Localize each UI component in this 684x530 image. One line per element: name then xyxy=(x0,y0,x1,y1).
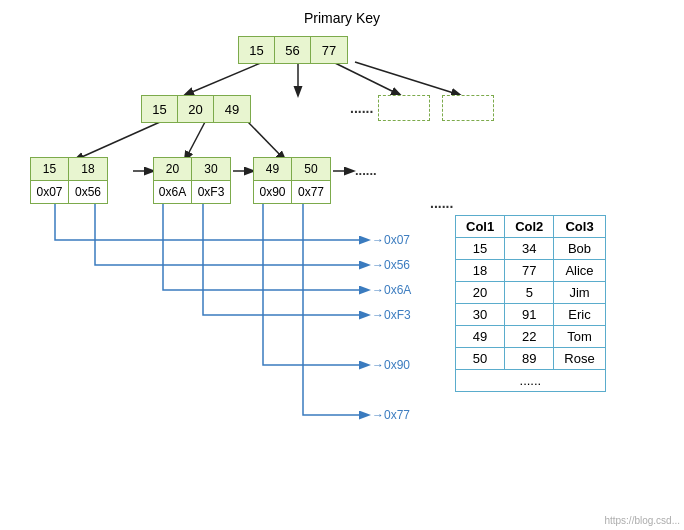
leaf3-key-2: 50 xyxy=(292,158,330,180)
addr-0x90: →0x90 xyxy=(372,358,410,372)
svg-line-3 xyxy=(355,62,460,95)
root-cell-1: 15 xyxy=(239,37,275,63)
table-dots-row: ...... xyxy=(456,370,606,392)
table-row-5-col-0: 50 xyxy=(456,348,505,370)
col-header-2: Col2 xyxy=(505,216,554,238)
dots-middle: ...... xyxy=(430,195,453,211)
l2-cell-2: 20 xyxy=(178,96,214,122)
table-row-0-col-1: 34 xyxy=(505,238,554,260)
table-row-1-col-0: 18 xyxy=(456,260,505,282)
table-row-3-col-1: 91 xyxy=(505,304,554,326)
leaf-node-3: 49 50 0x90 0x77 xyxy=(253,157,331,204)
table-row: 5089Rose xyxy=(456,348,606,370)
col-header-1: Col1 xyxy=(456,216,505,238)
svg-line-0 xyxy=(185,62,263,95)
table-row-4-col-1: 22 xyxy=(505,326,554,348)
leaf1-addr-1: 0x07 xyxy=(31,181,69,203)
leaf3-addr-2: 0x77 xyxy=(292,181,330,203)
table-row: 4922Tom xyxy=(456,326,606,348)
table-row-2-col-0: 20 xyxy=(456,282,505,304)
dots-level2: ...... xyxy=(350,100,373,116)
table-row-4-col-2: Tom xyxy=(554,326,605,348)
data-table: Col1 Col2 Col3 1534Bob1877Alice205Jim309… xyxy=(455,215,606,392)
leaf1-addr-2: 0x56 xyxy=(69,181,107,203)
svg-line-4 xyxy=(75,122,160,160)
leaf-node-2: 20 30 0x6A 0xF3 xyxy=(153,157,231,204)
table-row-3-col-0: 30 xyxy=(456,304,505,326)
table-row: 205Jim xyxy=(456,282,606,304)
dots-leaf: ...... xyxy=(355,163,377,178)
dashed-node-1 xyxy=(378,95,430,121)
leaf3-addr-1: 0x90 xyxy=(254,181,292,203)
table-row-5-col-1: 89 xyxy=(505,348,554,370)
level2-node-1: 15 20 49 xyxy=(141,95,251,123)
l2-cell-3: 49 xyxy=(214,96,250,122)
table-row-2-col-2: Jim xyxy=(554,282,605,304)
addr-0x77: →0x77 xyxy=(372,408,410,422)
table-row-2-col-1: 5 xyxy=(505,282,554,304)
table-row: 3091Eric xyxy=(456,304,606,326)
leaf2-addr-2: 0xF3 xyxy=(192,181,230,203)
diagram: Primary Key xyxy=(0,0,684,530)
addr-0xF3: →0xF3 xyxy=(372,308,411,322)
table-row: 1877Alice xyxy=(456,260,606,282)
svg-line-5 xyxy=(185,122,205,160)
leaf-node-1: 15 18 0x07 0x56 xyxy=(30,157,108,204)
leaf3-key-1: 49 xyxy=(254,158,292,180)
leaf2-key-2: 30 xyxy=(192,158,230,180)
page-title: Primary Key xyxy=(0,0,684,26)
leaf1-key-1: 15 xyxy=(31,158,69,180)
addr-0x6A: →0x6A xyxy=(372,283,411,297)
col-header-3: Col3 xyxy=(554,216,605,238)
addr-0x56: →0x56 xyxy=(372,258,410,272)
root-cell-2: 56 xyxy=(275,37,311,63)
table-row-4-col-0: 49 xyxy=(456,326,505,348)
l2-cell-1: 15 xyxy=(142,96,178,122)
root-node: 15 56 77 xyxy=(238,36,348,64)
table-row-0-col-0: 15 xyxy=(456,238,505,260)
leaf1-key-2: 18 xyxy=(69,158,107,180)
svg-line-6 xyxy=(248,122,285,160)
table-row-5-col-2: Rose xyxy=(554,348,605,370)
table-row: ...... xyxy=(456,370,606,392)
table-row: 1534Bob xyxy=(456,238,606,260)
watermark: https://blog.csd... xyxy=(604,515,680,526)
table-row-0-col-2: Bob xyxy=(554,238,605,260)
table-row-1-col-2: Alice xyxy=(554,260,605,282)
dashed-node-2 xyxy=(442,95,494,121)
leaf2-addr-1: 0x6A xyxy=(154,181,192,203)
root-cell-3: 77 xyxy=(311,37,347,63)
addr-0x07: →0x07 xyxy=(372,233,410,247)
svg-line-2 xyxy=(333,62,400,95)
table-row-1-col-1: 77 xyxy=(505,260,554,282)
table-row-3-col-2: Eric xyxy=(554,304,605,326)
leaf2-key-1: 20 xyxy=(154,158,192,180)
